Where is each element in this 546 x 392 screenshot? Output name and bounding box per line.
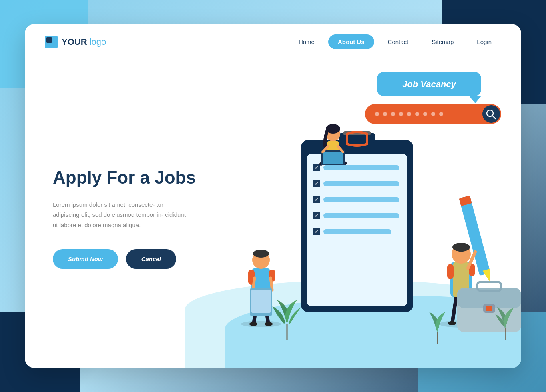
svg-text:✓: ✓ (315, 165, 319, 170)
svg-rect-67 (447, 264, 454, 279)
right-panel: Job Vacancy (225, 60, 521, 368)
illustration-svg: Job Vacancy (225, 60, 521, 368)
svg-rect-31 (323, 213, 399, 218)
hero-description: Lorem ipsum dolor sit amet, consecte- tu… (53, 200, 189, 230)
svg-text:✓: ✓ (315, 181, 319, 186)
svg-point-44 (241, 321, 281, 327)
main-card: YOUR logo Home About Us Contact Sitemap … (25, 24, 521, 368)
logo-icon (45, 36, 58, 48)
content-area: Apply For a Jobs Lorem ipsum dolor sit a… (25, 60, 521, 368)
main-title: Apply For a Jobs (53, 167, 205, 188)
svg-point-63 (448, 321, 456, 325)
svg-rect-22 (323, 165, 399, 170)
logo-area: YOUR logo (45, 36, 289, 48)
svg-point-11 (431, 112, 435, 116)
svg-marker-72 (482, 269, 493, 282)
nav-contact[interactable]: Contact (378, 34, 418, 49)
svg-point-9 (415, 112, 419, 116)
logo-rest: logo (87, 37, 106, 47)
logo-bold: YOUR (62, 37, 87, 47)
cancel-button[interactable]: Cancel (126, 249, 176, 269)
button-group: Submit Now Cancel (53, 249, 205, 269)
nav-about[interactable]: About Us (328, 34, 374, 49)
svg-rect-28 (323, 197, 399, 202)
svg-point-47 (249, 322, 257, 326)
svg-rect-41 (323, 152, 343, 164)
svg-rect-57 (251, 290, 271, 313)
svg-point-4 (375, 112, 379, 116)
nav-links: Home About Us Contact Sitemap Login (289, 34, 501, 49)
svg-point-7 (399, 112, 403, 116)
svg-marker-2 (469, 96, 481, 103)
nav-home[interactable]: Home (289, 34, 324, 49)
svg-text:✓: ✓ (315, 229, 319, 234)
svg-rect-80 (486, 306, 492, 311)
svg-rect-34 (323, 229, 391, 234)
submit-now-button[interactable]: Submit Now (53, 249, 118, 269)
svg-point-12 (439, 112, 443, 116)
svg-text:✓: ✓ (315, 197, 319, 202)
navbar: YOUR logo Home About Us Contact Sitemap … (25, 24, 521, 60)
svg-point-53 (253, 250, 269, 258)
svg-rect-25 (323, 181, 399, 186)
svg-point-48 (265, 322, 273, 326)
svg-point-5 (383, 112, 387, 116)
svg-text:✓: ✓ (315, 213, 319, 218)
svg-point-8 (407, 112, 411, 116)
svg-point-6 (391, 112, 395, 116)
svg-line-61 (452, 296, 456, 322)
nav-login[interactable]: Login (467, 34, 501, 49)
logo-text: YOUR logo (62, 37, 106, 47)
svg-point-70 (452, 243, 470, 252)
svg-text:Job Vacancy: Job Vacancy (402, 79, 456, 89)
svg-point-10 (423, 112, 427, 116)
svg-point-13 (482, 105, 500, 123)
nav-sitemap[interactable]: Sitemap (422, 34, 463, 49)
